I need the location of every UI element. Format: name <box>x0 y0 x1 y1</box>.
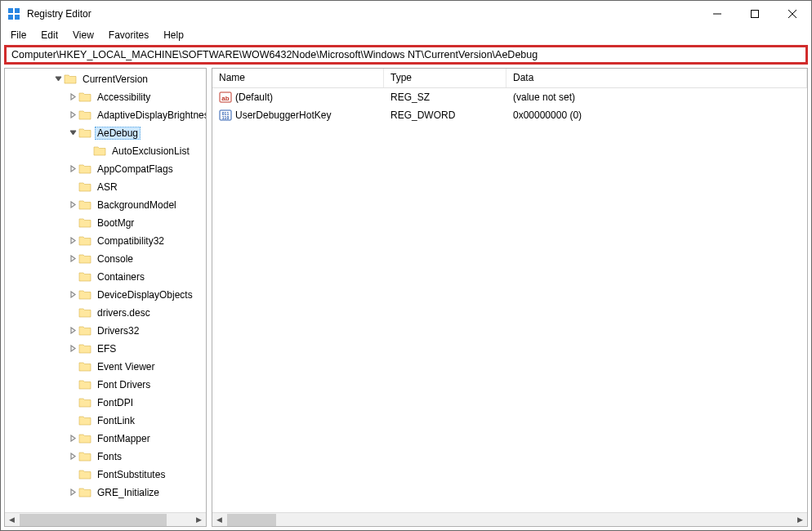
expand-toggle-icon[interactable] <box>52 74 64 84</box>
tree-item[interactable]: BackgroundModel <box>5 196 206 214</box>
tree-item[interactable]: FontLink <box>5 412 206 430</box>
folder-icon <box>78 360 91 373</box>
expand-toggle-icon[interactable] <box>67 92 78 102</box>
scroll-right-icon[interactable]: ▶ <box>793 513 807 527</box>
tree-item-label: FontLink <box>95 414 137 427</box>
tree-item[interactable]: ASR <box>5 178 206 196</box>
values-list[interactable]: ab(Default)REG_SZ(value not set)011110Us… <box>212 88 807 512</box>
expand-toggle-icon[interactable] <box>67 452 78 462</box>
tree-item[interactable]: Font Drivers <box>5 376 206 394</box>
tree-item[interactable]: Fonts <box>5 448 206 466</box>
tree-item[interactable]: Console <box>5 250 206 268</box>
expand-toggle-icon[interactable] <box>67 434 78 444</box>
close-icon <box>788 10 796 18</box>
folder-icon <box>78 252 91 266</box>
tree-item[interactable]: Containers <box>5 268 206 286</box>
column-header-name[interactable]: Name <box>212 69 384 87</box>
tree-item[interactable]: AppCompatFlags <box>5 160 206 178</box>
tree-item[interactable]: BootMgr <box>5 214 206 232</box>
value-name: (Default) <box>235 91 273 103</box>
tree-item-label: Compatibility32 <box>95 234 167 248</box>
tree-item-label: GRE_Initialize <box>95 486 162 499</box>
address-bar[interactable]: Computer\HKEY_LOCAL_MACHINE\SOFTWARE\WOW… <box>4 45 808 65</box>
value-row[interactable]: 011110UserDebuggerHotKeyREG_DWORD0x00000… <box>212 106 807 124</box>
scroll-left-icon[interactable]: ◀ <box>212 513 226 527</box>
value-row[interactable]: ab(Default)REG_SZ(value not set) <box>212 88 807 106</box>
svg-rect-2 <box>8 15 13 20</box>
menu-file[interactable]: File <box>4 28 33 42</box>
tree-item-label: ASR <box>95 181 120 194</box>
tree-item-label: drivers.desc <box>95 306 153 319</box>
registry-tree[interactable]: CurrentVersionAccessibilityAdaptiveDispl… <box>5 69 206 512</box>
folder-icon <box>78 396 91 409</box>
tree-item[interactable]: DeviceDisplayObjects <box>5 286 206 304</box>
tree-item[interactable]: CurrentVersion <box>5 70 206 88</box>
tree-item[interactable]: Accessibility <box>5 88 206 106</box>
expand-toggle-icon[interactable] <box>67 326 78 336</box>
menu-favorites[interactable]: Favorites <box>102 28 155 42</box>
expand-toggle-icon[interactable] <box>67 254 78 264</box>
column-header-data[interactable]: Data <box>506 69 807 87</box>
tree-item-label: Drivers32 <box>95 324 141 337</box>
minimize-button[interactable] <box>698 1 736 27</box>
scroll-right-icon[interactable]: ▶ <box>192 513 206 527</box>
tree-item-label: FontDPI <box>95 396 136 409</box>
folder-icon <box>78 91 91 104</box>
value-type: REG_SZ <box>384 91 506 103</box>
expand-toggle-icon[interactable] <box>67 290 78 300</box>
tree-item-label: AutoExclusionList <box>109 145 192 158</box>
tree-item-label: Containers <box>95 270 147 283</box>
address-bar-text: Computer\HKEY_LOCAL_MACHINE\SOFTWARE\WOW… <box>11 49 538 60</box>
folder-icon <box>93 145 106 158</box>
binary-value-icon: 011110 <box>219 109 232 122</box>
expand-toggle-icon[interactable] <box>67 110 78 120</box>
list-horizontal-scrollbar[interactable]: ◀ ▶ <box>212 512 807 526</box>
close-button[interactable] <box>774 1 811 27</box>
folder-icon <box>78 486 91 499</box>
maximize-button[interactable] <box>736 1 774 27</box>
folder-icon <box>78 181 91 194</box>
tree-item[interactable]: FontSubstitutes <box>5 466 206 484</box>
tree-item[interactable]: AeDebug <box>5 124 206 142</box>
tree-item[interactable]: Drivers32 <box>5 322 206 340</box>
string-value-icon: ab <box>219 91 232 104</box>
scroll-thumb[interactable] <box>20 514 167 526</box>
tree-item[interactable]: AdaptiveDisplayBrightness <box>5 106 206 124</box>
folder-icon <box>78 163 91 176</box>
expand-toggle-icon[interactable] <box>67 200 78 210</box>
tree-item-label: Accessibility <box>95 91 153 104</box>
expand-toggle-icon[interactable] <box>67 236 78 246</box>
menu-view[interactable]: View <box>66 28 100 42</box>
menu-edit[interactable]: Edit <box>34 28 65 42</box>
tree-item[interactable]: AutoExclusionList <box>5 142 206 160</box>
tree-item-label: FontSubstitutes <box>95 468 167 481</box>
column-header-type[interactable]: Type <box>384 69 506 87</box>
tree-item[interactable]: FontMapper <box>5 430 206 448</box>
svg-text:110: 110 <box>222 115 230 120</box>
folder-icon <box>78 378 91 391</box>
tree-item-label: BackgroundModel <box>95 199 179 212</box>
window-controls <box>698 1 811 27</box>
tree-item-label: Font Drivers <box>95 378 153 391</box>
tree-item[interactable]: FontDPI <box>5 394 206 412</box>
folder-icon <box>78 199 91 212</box>
tree-item[interactable]: Compatibility32 <box>5 232 206 250</box>
scroll-thumb[interactable] <box>227 514 276 526</box>
scroll-left-icon[interactable]: ◀ <box>5 513 19 527</box>
tree-horizontal-scrollbar[interactable]: ◀ ▶ <box>5 512 206 526</box>
tree-item[interactable]: drivers.desc <box>5 304 206 322</box>
tree-item[interactable]: EFS <box>5 340 206 358</box>
tree-item[interactable]: Event Viewer <box>5 358 206 376</box>
expand-toggle-icon[interactable] <box>67 128 78 138</box>
tree-item-label: AppCompatFlags <box>95 163 176 176</box>
expand-toggle-icon[interactable] <box>67 164 78 174</box>
folder-icon <box>78 234 91 248</box>
tree-item-label: Console <box>95 252 136 266</box>
expand-toggle-icon[interactable] <box>67 488 78 498</box>
expand-toggle-icon[interactable] <box>67 344 78 354</box>
menu-help[interactable]: Help <box>157 28 190 42</box>
folder-icon <box>78 324 91 337</box>
tree-item[interactable]: GRE_Initialize <box>5 484 206 502</box>
main-area: CurrentVersionAccessibilityAdaptiveDispl… <box>1 68 811 530</box>
svg-rect-0 <box>8 8 13 13</box>
